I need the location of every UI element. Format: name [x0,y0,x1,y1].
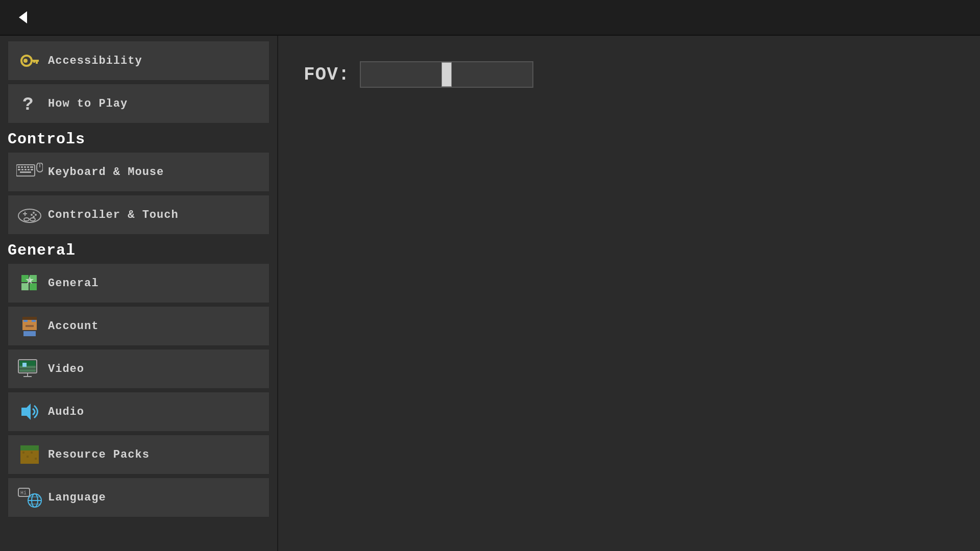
svg-point-21 [18,209,41,222]
svg-rect-12 [30,166,33,168]
accessibility-icon [16,47,43,74]
svg-rect-11 [27,166,29,168]
howtoplay-label: How to Play [48,97,128,110]
video-svg [17,359,42,379]
sidebar-item-accessibility[interactable]: Accessibility [8,41,270,81]
svg-rect-23 [23,213,27,214]
sidebar-item-video[interactable]: Video [8,349,270,389]
howtoplay-icon: ? [16,90,43,117]
svg-rect-10 [24,166,26,168]
fov-slider-thumb[interactable] [442,62,452,87]
controller-svg [17,206,42,224]
keyboard-icon [16,159,43,185]
svg-rect-32 [21,283,29,290]
svg-rect-38 [26,325,34,327]
right-panel: FOV: [278,36,980,551]
svg-rect-14 [21,169,23,170]
svg-rect-16 [28,169,30,170]
sidebar: Accessibility ? How to Play Controls [0,36,278,551]
fov-row: FOV: [304,61,533,88]
svg-rect-18 [20,171,31,173]
fov-slider-track [361,62,532,87]
svg-text:Hi: Hi [20,490,27,496]
svg-rect-50 [20,445,39,450]
sidebar-item-howtoplay[interactable]: ? How to Play [8,84,270,123]
general-label: General [48,277,99,290]
key-svg [18,49,41,72]
top-bar [0,0,980,36]
svg-rect-33 [30,283,37,290]
fov-slider-container[interactable] [360,61,533,88]
resourcepacks-icon [16,441,43,468]
account-svg [18,315,41,337]
svg-rect-51 [22,452,24,454]
sidebar-item-controller[interactable]: Controller & Touch [8,195,270,235]
general-svg [18,272,41,294]
language-icon: Hi [16,484,43,511]
sidebar-item-language[interactable]: Hi Language [8,478,270,517]
resourcepacks-label: Resource Packs [48,448,150,461]
svg-rect-13 [18,169,20,170]
back-icon [15,9,31,26]
fov-label: FOV: [304,64,350,85]
svg-rect-54 [35,458,37,460]
svg-rect-17 [31,169,33,170]
keyboard-svg [16,163,43,181]
svg-rect-39 [22,317,37,320]
svg-rect-9 [21,166,23,168]
keyboard-label: Keyboard & Mouse [48,166,164,179]
back-button[interactable] [10,5,36,30]
svg-point-26 [31,214,33,216]
video-icon [16,356,43,382]
svg-rect-15 [24,169,27,170]
svg-rect-53 [31,452,33,454]
language-svg: Hi [17,486,42,509]
svg-point-28 [24,218,29,221]
svg-marker-0 [19,11,27,23]
svg-point-5 [23,59,28,63]
svg-rect-30 [21,275,29,282]
svg-point-25 [35,214,37,216]
svg-rect-8 [18,166,20,168]
video-label: Video [48,363,84,375]
svg-point-24 [33,212,35,214]
account-icon [16,313,43,339]
controller-label: Controller & Touch [48,209,179,221]
general-icon [16,270,43,296]
sidebar-item-account[interactable]: Account [8,306,270,346]
sidebar-item-keyboard[interactable]: Keyboard & Mouse [8,152,270,192]
svg-rect-40 [23,331,36,336]
svg-marker-48 [21,404,31,420]
question-svg: ? [18,92,41,115]
resourcepacks-svg [18,443,41,466]
accessibility-label: Accessibility [48,55,142,67]
controls-heading: Controls [8,131,270,148]
sidebar-item-audio[interactable]: Audio [8,392,270,432]
audio-label: Audio [48,406,84,418]
sidebar-item-general[interactable]: General [8,263,270,303]
general-heading: General [8,242,270,259]
sidebar-item-resourcepacks[interactable]: Resource Packs [8,435,270,474]
svg-rect-52 [27,456,29,458]
language-label: Language [48,491,106,504]
svg-point-29 [30,218,35,221]
controller-icon [16,202,43,228]
main-content: Accessibility ? How to Play Controls [0,36,980,551]
svg-rect-44 [22,363,27,367]
svg-text:?: ? [22,94,34,115]
account-label: Account [48,320,99,333]
audio-svg [17,400,42,423]
audio-icon [16,398,43,425]
